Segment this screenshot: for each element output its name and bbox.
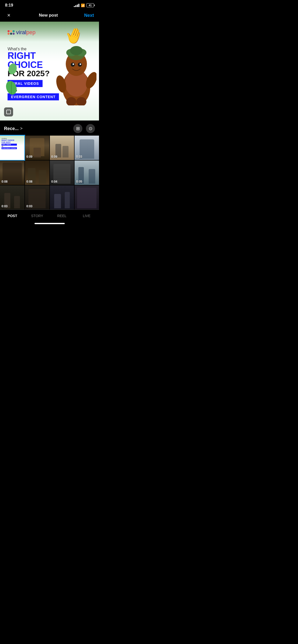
thumbnail-10[interactable]: 0:03 xyxy=(25,185,49,210)
svg-point-6 xyxy=(70,46,83,55)
vs-text: VS xyxy=(8,87,91,93)
wifi-icon: 📶 xyxy=(81,4,85,7)
gallery-title: Rece... xyxy=(4,126,19,131)
logo-dots xyxy=(8,30,15,35)
viralpep-image: viralpep What's the RIGHT CHOICE FOR 202… xyxy=(0,22,99,120)
thumb-duration-4: 0:03 xyxy=(76,155,82,158)
thumb-viralpep-text: viralpep RIGHT CHOICEFOR 2025? VIRAL VID… xyxy=(2,138,17,149)
thumbnail-grid: viralpep RIGHT CHOICEFOR 2025? VIRAL VID… xyxy=(0,136,99,210)
thumb-duration-7: 0:04 xyxy=(51,180,57,183)
thumbnail-5[interactable]: 0:08 xyxy=(0,160,24,185)
chevron-right-icon: > xyxy=(20,126,22,131)
thumbnail-1[interactable]: viralpep RIGHT CHOICEFOR 2025? VIRAL VID… xyxy=(0,136,24,160)
thumbnail-6[interactable]: 0:08 xyxy=(25,160,49,185)
thumb-duration-6: 0:08 xyxy=(26,180,32,183)
viralpep-logo: viralpep xyxy=(8,29,36,36)
thumb-duration-5: 0:08 xyxy=(2,180,8,183)
top-nav: × New post Next xyxy=(0,9,99,22)
gallery-icons: ⊞ ⊙ xyxy=(73,124,95,133)
thumbnail-9[interactable]: 0:03 xyxy=(0,185,24,210)
thumbnail-3[interactable]: 0:09 xyxy=(50,136,74,160)
signal-icon xyxy=(74,4,79,7)
thumbnail-7[interactable]: 0:04 xyxy=(50,160,74,185)
tab-story[interactable]: STORY xyxy=(25,213,49,219)
logo-text: viralpep xyxy=(16,29,36,36)
tab-reel[interactable]: REEL xyxy=(50,213,74,219)
thumbnail-11[interactable] xyxy=(50,185,74,210)
camera-icon: ⊙ xyxy=(89,126,92,131)
thumb-duration-9: 0:03 xyxy=(2,205,8,208)
home-indicator xyxy=(0,221,99,225)
leaf-left xyxy=(5,80,18,95)
thumb-duration-3: 0:09 xyxy=(51,155,57,158)
thumbnail-2[interactable]: 0:09 xyxy=(25,136,49,160)
close-button[interactable]: × xyxy=(5,12,13,19)
svg-point-17 xyxy=(8,63,18,75)
status-bar: 8:19 📶 41 xyxy=(0,0,99,9)
home-bar xyxy=(35,223,65,224)
crop-button[interactable] xyxy=(4,107,13,116)
thumb-duration-10: 0:03 xyxy=(26,205,32,208)
next-button[interactable]: Next xyxy=(84,13,94,18)
thumbnail-12[interactable] xyxy=(75,185,99,210)
svg-point-10 xyxy=(80,63,81,65)
page-title: New post xyxy=(39,13,58,18)
status-icons: 📶 41 xyxy=(74,3,94,7)
crop-icon xyxy=(6,110,11,114)
status-time: 8:19 xyxy=(5,3,13,8)
thumb-duration-2: 0:09 xyxy=(26,155,32,158)
camera-button[interactable]: ⊙ xyxy=(86,124,95,133)
tab-live[interactable]: LIVE xyxy=(74,213,99,219)
svg-point-9 xyxy=(73,63,74,65)
preview-container: viralpep What's the RIGHT CHOICE FOR 202… xyxy=(0,22,99,120)
thumb-duration-8: 0:05 xyxy=(76,180,82,183)
preview-image: viralpep What's the RIGHT CHOICE FOR 202… xyxy=(0,22,99,120)
gallery-title-area[interactable]: Rece... > xyxy=(4,126,22,131)
bottom-tab-bar: POST STORY REEL LIVE xyxy=(0,210,99,221)
battery-icon: 41 xyxy=(86,3,94,7)
multi-select-icon: ⊞ xyxy=(76,126,80,131)
thumbnail-8[interactable]: 0:05 xyxy=(75,160,99,185)
multi-select-button[interactable]: ⊞ xyxy=(73,124,82,133)
gallery-header: Rece... > ⊞ ⊙ xyxy=(0,120,99,136)
thumbnail-4[interactable]: 0:03 xyxy=(75,136,99,160)
tab-post[interactable]: POST xyxy=(0,213,25,219)
leaf-left-2 xyxy=(8,63,18,75)
